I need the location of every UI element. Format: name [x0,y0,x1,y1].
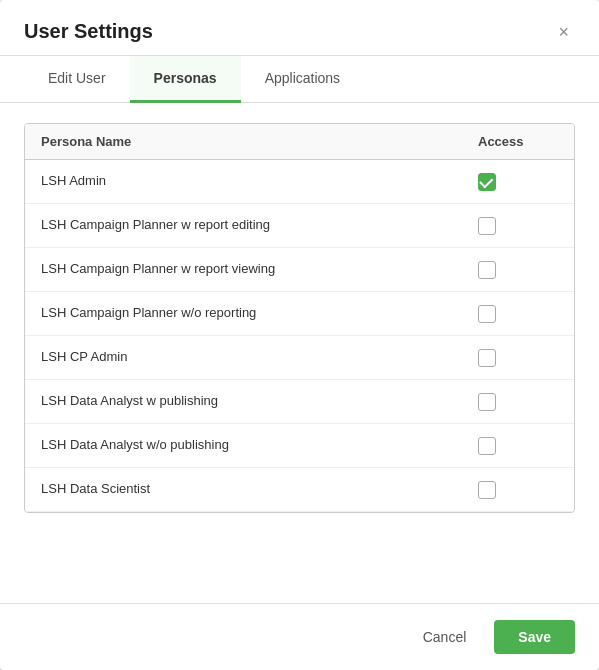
tab-edit-user[interactable]: Edit User [24,56,130,103]
table-body-wrapper: LSH Admin LSH Campaign Planner w report … [25,160,574,512]
close-button[interactable]: × [552,21,575,43]
tab-personas[interactable]: Personas [130,56,241,103]
personas-table: Persona Name Access LSH Admin LSH Campai… [24,123,575,513]
access-cell [478,217,558,235]
modal-title: User Settings [24,20,153,43]
cancel-button[interactable]: Cancel [407,620,483,654]
access-checkbox[interactable] [478,173,496,191]
modal-header: User Settings × [0,0,599,56]
persona-name: LSH Campaign Planner w/o reporting [41,304,478,322]
user-settings-modal: User Settings × Edit User Personas Appli… [0,0,599,670]
access-cell [478,481,558,499]
persona-name: LSH Data Analyst w/o publishing [41,436,478,454]
table-header: Persona Name Access [25,124,574,160]
modal-body: Persona Name Access LSH Admin LSH Campai… [0,103,599,603]
access-cell [478,393,558,411]
persona-name: LSH Campaign Planner w report editing [41,216,478,234]
persona-name: LSH Admin [41,172,478,190]
table-row: LSH CP Admin [25,336,574,380]
persona-name: LSH Data Scientist [41,480,478,498]
access-cell [478,173,558,191]
table-row: LSH Campaign Planner w report editing [25,204,574,248]
access-checkbox[interactable] [478,481,496,499]
access-checkbox[interactable] [478,349,496,367]
access-cell [478,261,558,279]
modal-footer: Cancel Save [0,603,599,670]
table-row: LSH Campaign Planner w/o reporting [25,292,574,336]
access-cell [478,437,558,455]
tab-applications[interactable]: Applications [241,56,365,103]
column-header-name: Persona Name [41,134,478,149]
table-row: LSH Campaign Planner w report viewing [25,248,574,292]
persona-name: LSH CP Admin [41,348,478,366]
persona-name: LSH Data Analyst w publishing [41,392,478,410]
access-checkbox[interactable] [478,261,496,279]
persona-name: LSH Campaign Planner w report viewing [41,260,478,278]
access-cell [478,349,558,367]
table-body: LSH Admin LSH Campaign Planner w report … [25,160,574,512]
column-header-access: Access [478,134,558,149]
access-checkbox[interactable] [478,437,496,455]
access-checkbox[interactable] [478,217,496,235]
table-row: LSH Data Scientist [25,468,574,512]
access-checkbox[interactable] [478,393,496,411]
table-row: LSH Admin [25,160,574,204]
save-button[interactable]: Save [494,620,575,654]
table-row: LSH Data Analyst w publishing [25,380,574,424]
table-row: LSH Data Analyst w/o publishing [25,424,574,468]
access-checkbox[interactable] [478,305,496,323]
tab-bar: Edit User Personas Applications [0,56,599,103]
access-cell [478,305,558,323]
